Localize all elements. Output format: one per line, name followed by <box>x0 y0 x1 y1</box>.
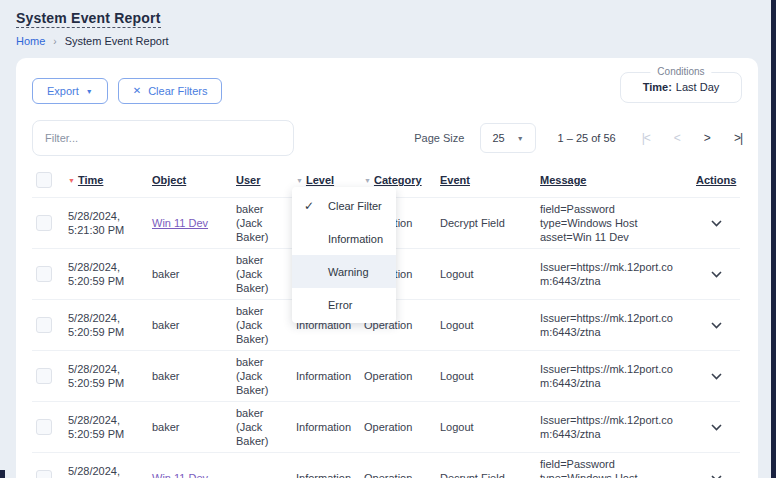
page-size-label: Page Size <box>414 132 464 144</box>
cell-event: Logout <box>436 300 536 351</box>
chevron-down-icon: ▼ <box>517 135 524 142</box>
header-checkbox-cell <box>32 168 64 198</box>
cell-user: baker (Jack Baker) <box>232 300 292 351</box>
cell-time: 5/28/2024, 5:20:59 PM <box>64 300 148 351</box>
cell-event: Logout <box>436 249 536 300</box>
clear-filters-label: Clear Filters <box>148 85 207 97</box>
filter-row: Page Size 25 ▼ 1 – 25 of 56 |< < > >| <box>32 120 742 156</box>
cell-time: 5/28/2024, 5:20:59 PM <box>64 249 148 300</box>
select-all-checkbox[interactable] <box>36 172 52 188</box>
export-button-label: Export <box>47 85 79 97</box>
chevron-down-icon[interactable] <box>711 318 722 332</box>
cell-message: Issuer=https://mk.12port.co m:6443/ztna <box>536 300 692 351</box>
cell-user: baker (Jack Baker) <box>232 351 292 402</box>
cell-object: baker <box>148 300 232 351</box>
header-message[interactable]: Message <box>536 168 692 198</box>
conditions-legend: Conditions <box>650 66 711 77</box>
row-checkbox[interactable] <box>36 470 52 478</box>
filter-icon: ▼ <box>68 177 75 184</box>
conditions-time: Time:Last Day <box>643 81 720 93</box>
page-size-value: 25 <box>492 132 504 144</box>
chevron-down-icon[interactable] <box>711 471 722 478</box>
cell-user: baker (Jack Baker) <box>232 198 292 249</box>
conditions-time-label: Time: <box>643 81 672 93</box>
menu-item-clear-filter[interactable]: ✓ Clear Filter <box>292 189 396 222</box>
chevron-down-icon[interactable] <box>711 267 722 281</box>
page-header: System Event Report Home › System Event … <box>0 0 776 47</box>
cell-message: Issuer=https://mk.12port.co m:6443/ztna <box>536 402 692 453</box>
object-link[interactable]: Win 11 Dev <box>152 217 208 229</box>
export-button[interactable]: Export ▼ <box>32 78 108 104</box>
window-edge-right <box>771 0 776 478</box>
row-checkbox[interactable] <box>36 368 52 384</box>
cell-user: baker (Jack Baker) <box>232 249 292 300</box>
cell-object: Win 11 Dev <box>148 198 232 249</box>
menu-item-label: Error <box>328 299 352 311</box>
header-time[interactable]: ▼Time <box>64 168 148 198</box>
cell-user <box>232 453 292 478</box>
table-wrap: ▼Time Object User ▼Level ▼Category Event… <box>32 168 742 478</box>
cell-message: field=Password type=Windows Host asset=W… <box>536 198 692 249</box>
row-checkbox[interactable] <box>36 266 52 282</box>
row-checkbox[interactable] <box>36 215 52 231</box>
next-page-icon[interactable]: > <box>704 131 710 145</box>
chevron-down-icon[interactable] <box>711 420 722 434</box>
table-row: 5/28/2024, 5:18:53 PM Win 11 Dev Informa… <box>32 453 740 478</box>
object-link[interactable]: Win 11 Dev <box>152 472 208 478</box>
menu-item-label: Warning <box>328 266 369 278</box>
pagination-range: 1 – 25 of 56 <box>558 132 616 144</box>
row-checkbox[interactable] <box>36 419 52 435</box>
close-icon: ✕ <box>133 86 141 96</box>
header-actions: Actions <box>692 168 740 198</box>
cell-object: baker <box>148 402 232 453</box>
cell-level: Information <box>292 453 360 478</box>
prev-page-icon[interactable]: < <box>674 131 680 145</box>
chevron-down-icon[interactable] <box>711 216 722 230</box>
page-title: System Event Report <box>16 10 161 28</box>
clear-filters-button[interactable]: ✕ Clear Filters <box>118 78 223 104</box>
row-checkbox[interactable] <box>36 317 52 333</box>
chevron-down-icon: ▼ <box>86 88 93 95</box>
menu-item-information[interactable]: Information <box>292 222 396 255</box>
cell-level: Information <box>292 351 360 402</box>
breadcrumb-separator-icon: › <box>53 36 56 47</box>
cell-event: Logout <box>436 402 536 453</box>
conditions-box: Conditions Time:Last Day <box>620 72 742 103</box>
menu-item-error[interactable]: Error <box>292 288 396 321</box>
last-page-icon[interactable]: >| <box>734 131 742 145</box>
chevron-down-icon[interactable] <box>711 369 722 383</box>
cell-event: Decrypt Field <box>436 453 536 478</box>
filter-icon: ▼ <box>296 177 303 184</box>
cell-message: field=Password type=Windows Host asset=W… <box>536 453 692 478</box>
cell-level: Information <box>292 402 360 453</box>
check-icon: ✓ <box>304 199 314 213</box>
cell-event: Decrypt Field <box>436 198 536 249</box>
cell-object: Win 11 Dev <box>148 453 232 478</box>
pagination-nav: |< < > >| <box>642 131 742 145</box>
cell-category: Operation <box>360 351 436 402</box>
header-event[interactable]: Event <box>436 168 536 198</box>
filter-icon: ▼ <box>364 177 371 184</box>
breadcrumb-current: System Event Report <box>65 35 169 47</box>
cell-event: Logout <box>436 351 536 402</box>
table-row: 5/28/2024, 5:20:59 PM baker baker (Jack … <box>32 351 740 402</box>
report-card: Export ▼ ✕ Clear Filters Conditions Time… <box>16 58 758 478</box>
cell-category: Operation <box>360 402 436 453</box>
cell-object: baker <box>148 249 232 300</box>
header-user[interactable]: User <box>232 168 292 198</box>
header-object[interactable]: Object <box>148 168 232 198</box>
level-filter-menu: ✓ Clear Filter Information Warning Error <box>292 187 396 323</box>
cell-time: 5/28/2024, 5:21:30 PM <box>64 198 148 249</box>
page-size-select[interactable]: 25 ▼ <box>480 123 535 153</box>
table-row: 5/28/2024, 5:20:59 PM baker baker (Jack … <box>32 402 740 453</box>
cell-category: Operation <box>360 453 436 478</box>
first-page-icon[interactable]: |< <box>642 131 650 145</box>
breadcrumb-home-link[interactable]: Home <box>16 35 45 47</box>
menu-item-warning[interactable]: Warning <box>292 255 396 288</box>
filter-input[interactable] <box>32 120 294 156</box>
cell-object: baker <box>148 351 232 402</box>
cell-time: 5/28/2024, 5:20:59 PM <box>64 351 148 402</box>
cell-message: Issuer=https://mk.12port.co m:6443/ztna <box>536 351 692 402</box>
window-edge-bottom-left <box>0 470 5 478</box>
menu-item-label: Clear Filter <box>328 200 382 212</box>
